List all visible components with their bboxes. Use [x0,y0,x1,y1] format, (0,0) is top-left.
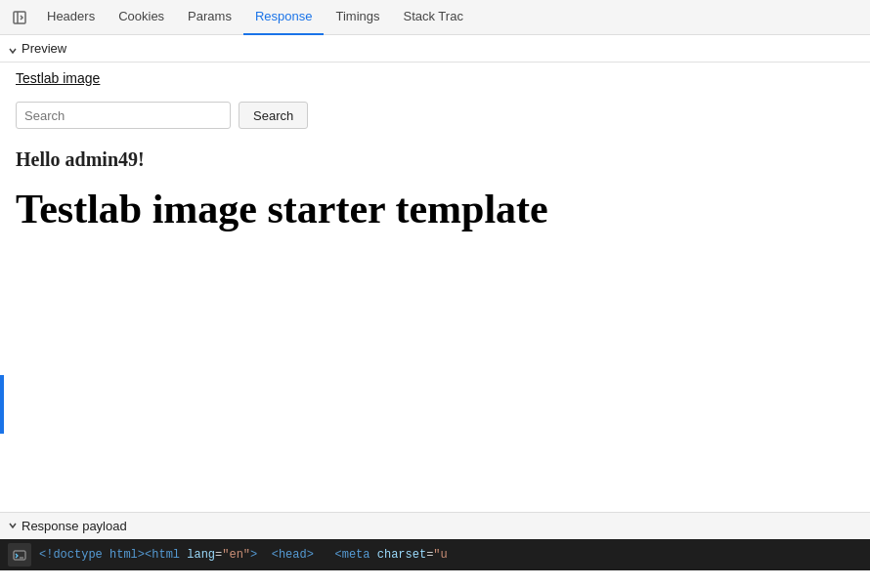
tab-stack-trace[interactable]: Stack Trac [391,0,474,35]
search-button[interactable]: Search [239,102,308,129]
svg-rect-2 [14,551,25,560]
preview-title: Testlab image [16,70,854,86]
preview-label: Preview [22,41,66,56]
devtools-icon [8,543,31,567]
tab-params[interactable]: Params [176,0,243,35]
main-preview-area: Testlab image Search Hello admin49! Test… [0,63,870,512]
svg-rect-0 [14,12,25,23]
tab-response[interactable]: Response [243,0,325,35]
search-row: Search [16,102,854,129]
preview-section-header[interactable]: Preview [0,35,870,62]
tab-timings[interactable]: Timings [324,0,391,35]
panel-icon[interactable] [4,0,35,35]
main-heading: Testlab image starter template [16,187,854,231]
blue-border-indicator [0,375,4,434]
response-payload-bar[interactable]: Response payload [0,512,870,539]
tab-bar: Headers Cookies Params Response Timings … [0,0,870,35]
chevron-down-icon-payload [8,519,18,533]
tab-headers[interactable]: Headers [35,0,107,35]
preview-section: Preview [0,35,870,63]
code-row: <!doctype html><html lang="en"> <head> <… [0,539,870,570]
search-input[interactable] [16,102,231,129]
tab-cookies[interactable]: Cookies [107,0,176,35]
chevron-down-icon [8,44,18,54]
hello-text: Hello admin49! [16,148,854,171]
code-snippet: <!doctype html><html lang="en"> <head> <… [39,548,448,562]
preview-content: Testlab image Search Hello admin49! Test… [0,63,870,247]
response-payload-label: Response payload [22,519,127,533]
